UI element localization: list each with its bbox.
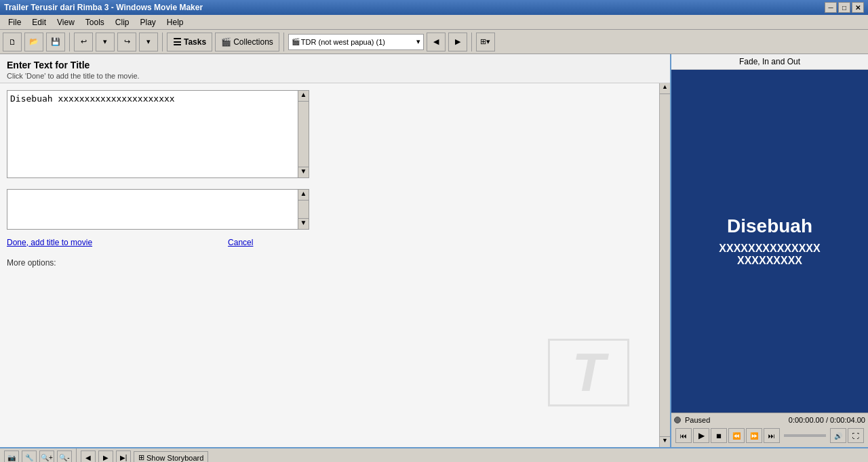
undo-dropdown[interactable]: ▾ <box>96 33 115 51</box>
main-scrollbar: ▲ ▼ <box>659 83 670 447</box>
preview-sub-text-1: XXXXXXXXXXXXXX <box>719 243 820 255</box>
scroll-down-2[interactable]: ▼ <box>298 218 309 229</box>
time-display: 0:00:00.00 / 0:00:04.00 <box>789 416 865 424</box>
window-title: Trailer Terusir dari Rimba 3 - Windows M… <box>4 3 203 12</box>
timeline-area: 📷 🔧 🔍+ 🔍- ◀ ▶ ▶| ⊞ Show Storyboard 0:00 … <box>0 447 868 462</box>
editor-header: Enter Text for Title Click 'Done' to add… <box>0 54 670 83</box>
undo-button[interactable]: ↩ <box>74 33 93 51</box>
open-button[interactable]: 📂 <box>24 33 43 51</box>
scroll-down-1[interactable]: ▼ <box>298 167 309 177</box>
back-button[interactable]: ◀ <box>427 33 446 51</box>
editor-subtitle: Click 'Done' to add the title to the mov… <box>7 72 663 80</box>
timeline-tool-1[interactable]: 📷 <box>4 450 19 463</box>
prev-clip-button[interactable]: ◀ <box>81 450 96 463</box>
preview-status-bar: Paused 0:00:00.00 / 0:00:04.00 <box>674 416 865 424</box>
editor-title: Enter Text for Title <box>7 60 663 70</box>
cancel-button[interactable]: Cancel <box>228 238 253 247</box>
play-timeline-button[interactable]: ▶ <box>98 450 113 463</box>
menu-view[interactable]: View <box>52 16 80 28</box>
tl-sep <box>76 448 77 463</box>
right-panel: Fade, In and Out Disebuah XXXXXXXXXXXXXX… <box>671 54 868 447</box>
menu-help[interactable]: Help <box>161 16 189 28</box>
redo-dropdown[interactable]: ▾ <box>139 33 158 51</box>
menu-file[interactable]: File <box>3 16 26 28</box>
scroll-up-2[interactable]: ▲ <box>298 190 309 201</box>
left-panel: Enter Text for Title Click 'Done' to add… <box>0 54 671 447</box>
main-scroll-up[interactable]: ▲ <box>660 83 670 94</box>
dropdown-arrow[interactable]: ▾ <box>416 37 420 46</box>
minimize-button[interactable]: ─ <box>825 2 837 13</box>
done-add-title-button[interactable]: Done, add title to movie <box>7 238 92 247</box>
collection-value: TDR (not west papua) (1) <box>301 38 415 46</box>
preview-screen: Disebuah XXXXXXXXXXXXXX XXXXXXXXX <box>671 70 868 413</box>
main-area: Enter Text for Title Click 'Done' to add… <box>0 54 868 447</box>
more-options-label: More options: <box>7 258 663 268</box>
tasks-label: Tasks <box>184 37 206 47</box>
toolbar: 🗋 📂 💾 ↩ ▾ ↪ ▾ ☰ Tasks 🎬 Collections 🎬 TD… <box>0 30 868 54</box>
main-scroll-down[interactable]: ▼ <box>660 436 670 447</box>
subtitle-text-input[interactable] <box>7 189 298 230</box>
prev-frame-button[interactable]: ⏪ <box>728 428 745 443</box>
volume-slider[interactable] <box>784 434 826 437</box>
status-indicator <box>674 417 681 423</box>
menu-tools[interactable]: Tools <box>80 16 110 28</box>
sep1 <box>69 33 70 51</box>
menu-bar: File Edit View Tools Clip Play Help <box>0 15 868 30</box>
zoom-in-button[interactable]: 🔍+ <box>39 450 54 463</box>
t-watermark: T <box>548 339 629 406</box>
go-end-button[interactable]: ⏭ <box>764 428 780 443</box>
play-button[interactable]: ▶ <box>693 428 709 443</box>
forward-button[interactable]: ▶ <box>448 33 467 51</box>
window-controls: ─ □ ✕ <box>825 2 864 13</box>
redo-button[interactable]: ↪ <box>117 33 136 51</box>
sep2 <box>162 33 163 51</box>
playback-controls: ⏮ ▶ ⏹ ⏪ ⏩ ⏭ 🔊 ⛶ <box>674 427 865 444</box>
new-button[interactable]: 🗋 <box>3 33 22 51</box>
storyboard-icon: ⊞ <box>138 453 144 462</box>
menu-edit[interactable]: Edit <box>26 16 52 28</box>
mute-button[interactable]: 🔊 <box>830 428 846 443</box>
timeline-tool-2[interactable]: 🔧 <box>22 450 37 463</box>
close-button[interactable]: ✕ <box>852 2 864 13</box>
title-text-input[interactable]: Disebuah xxxxxxxxxxxxxxxxxxxxxx <box>7 90 298 178</box>
storyboard-label: Show Storyboard <box>146 454 203 462</box>
maximize-button[interactable]: □ <box>838 2 850 13</box>
editor-content: Disebuah xxxxxxxxxxxxxxxxxxxxxx ▲ ▼ ▲ ▼ … <box>0 83 670 447</box>
show-storyboard-button[interactable]: ⊞ Show Storyboard <box>134 451 208 462</box>
collection-dropdown[interactable]: 🎬 TDR (not west papua) (1) ▾ <box>288 34 424 50</box>
zoom-out-button[interactable]: 🔍- <box>57 450 72 463</box>
sep4 <box>471 33 472 51</box>
save-button[interactable]: 💾 <box>46 33 65 51</box>
title-bar: Trailer Terusir dari Rimba 3 - Windows M… <box>0 0 868 15</box>
links-row: Done, add title to movie Cancel <box>7 238 663 247</box>
tasks-button[interactable]: ☰ Tasks <box>167 33 212 51</box>
collections-label: Collections <box>233 37 273 47</box>
go-start-button[interactable]: ⏮ <box>675 428 692 443</box>
preview-controls: Paused 0:00:00.00 / 0:00:04.00 ⏮ ▶ ⏹ ⏪ ⏩… <box>671 413 868 447</box>
menu-clip[interactable]: Clip <box>110 16 135 28</box>
view-options-button[interactable]: ⊞▾ <box>476 33 495 51</box>
preview-effect-label: Fade, In and Out <box>671 54 868 70</box>
paused-label: Paused <box>685 416 710 424</box>
collections-button[interactable]: 🎬 Collections <box>215 33 279 51</box>
sep3 <box>283 33 284 51</box>
preview-main-text: Disebuah <box>727 215 812 237</box>
fullscreen-button[interactable]: ⛶ <box>848 428 864 443</box>
preview-sub-text-2: XXXXXXXXX <box>737 255 802 267</box>
menu-play[interactable]: Play <box>135 16 161 28</box>
timeline-toolbar: 📷 🔧 🔍+ 🔍- ◀ ▶ ▶| ⊞ Show Storyboard <box>0 448 868 462</box>
next-clip-button[interactable]: ▶| <box>116 450 131 463</box>
next-frame-button[interactable]: ⏩ <box>746 428 762 443</box>
stop-button[interactable]: ⏹ <box>711 428 727 443</box>
scroll-up-1[interactable]: ▲ <box>298 91 309 102</box>
